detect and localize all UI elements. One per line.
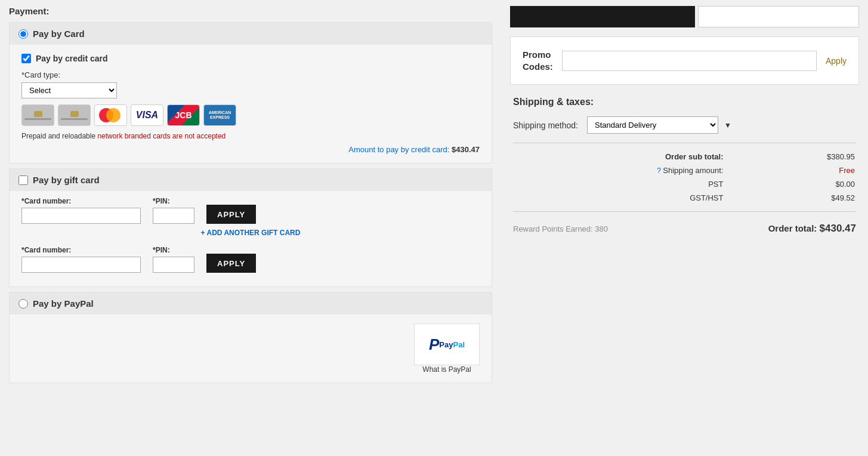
divider-1 bbox=[513, 143, 856, 143]
card-type-label: *Card type: bbox=[21, 70, 480, 79]
promo-row: PromoCodes: Apply bbox=[523, 49, 847, 72]
card-number-input-2[interactable] bbox=[21, 257, 141, 273]
pay-by-card-header[interactable]: Pay by Card bbox=[10, 23, 492, 45]
shipping-amount-value: Free bbox=[729, 164, 855, 177]
order-summary-table: Order sub total: $380.95 ? Shipping amou… bbox=[513, 149, 856, 205]
reward-points-label: Reward Points Earned: bbox=[513, 224, 593, 233]
paypal-p-icon: P bbox=[429, 335, 439, 354]
card-number-label-2: *Card number: bbox=[21, 246, 141, 254]
paypal-body: P PayPal What is PayPal bbox=[10, 315, 492, 383]
pin-group-2: *PIN: bbox=[153, 246, 194, 273]
gift-card-form: *Card number: *PIN: APPLY + ADD ANOTHER … bbox=[10, 191, 492, 286]
jcb-logo: JCB bbox=[167, 104, 200, 126]
top-bar-black bbox=[510, 6, 695, 27]
pay-by-card-radio[interactable] bbox=[18, 29, 28, 39]
shipping-method-row: Shipping method: Standard Delivery Expre… bbox=[513, 116, 856, 134]
shipping-row: ? Shipping amount: Free bbox=[514, 164, 855, 177]
order-total-label: Order total: bbox=[768, 223, 817, 233]
pin-group-1: *PIN: bbox=[153, 197, 194, 224]
pay-by-card-section: Pay by Card Pay by credit card *Card typ… bbox=[9, 22, 492, 164]
top-bar bbox=[510, 6, 859, 27]
card-logos: VISA JCB AMERICANEXPRESS bbox=[21, 104, 480, 126]
paypal-label: Pay by PayPal bbox=[33, 298, 94, 309]
gift-card-row-1: *Card number: *PIN: APPLY bbox=[21, 197, 480, 224]
reward-points-col: Reward Points Earned: 380 bbox=[513, 224, 608, 233]
card-number-input-1[interactable] bbox=[21, 208, 141, 224]
card-type-select[interactable]: Select Visa Mastercard Amex JCB bbox=[21, 82, 117, 98]
apply-button-1[interactable]: APPLY bbox=[206, 205, 256, 224]
card-number-group-1: *Card number: bbox=[21, 197, 141, 224]
pin-input-2[interactable] bbox=[153, 257, 194, 273]
shipping-amount-label: ? Shipping amount: bbox=[514, 164, 728, 177]
pin-label-2: *PIN: bbox=[153, 246, 194, 254]
subtotal-row: Order sub total: $380.95 bbox=[514, 150, 855, 163]
pin-label-1: *PIN: bbox=[153, 197, 194, 205]
reward-total-row: Reward Points Earned: 380 Order total: $… bbox=[513, 218, 856, 239]
credit-card-body: Pay by credit card *Card type: Select Vi… bbox=[10, 45, 492, 163]
shipping-taxes-section: Shipping & taxes: Shipping method: Stand… bbox=[510, 97, 859, 239]
pst-label: PST bbox=[514, 178, 728, 190]
promo-label: PromoCodes: bbox=[523, 49, 553, 72]
pin-input-1[interactable] bbox=[153, 208, 194, 224]
amex-logo: AMERICANEXPRESS bbox=[203, 104, 236, 126]
prepaid-notice: Prepaid and reloadable network branded c… bbox=[21, 132, 480, 140]
reward-points-value: 380 bbox=[595, 224, 608, 233]
divider-2 bbox=[513, 211, 856, 212]
apply-button-2[interactable]: APPLY bbox=[206, 254, 256, 273]
shipping-question-mark[interactable]: ? bbox=[657, 167, 663, 175]
gift-card-row-2: *Card number: *PIN: APPLY bbox=[21, 246, 480, 273]
promo-apply-link[interactable]: Apply bbox=[826, 56, 847, 66]
add-another-gift-card-link[interactable]: + ADD ANOTHER GIFT CARD bbox=[21, 229, 480, 237]
paypal-logo-area: P PayPal What is PayPal bbox=[414, 323, 480, 374]
paypal-section: Pay by PayPal P PayPal What is PayPal bbox=[9, 292, 492, 383]
order-total-col: Order total: $430.47 bbox=[768, 223, 856, 235]
amount-label: Amount to pay by credit card: bbox=[348, 145, 449, 154]
visa-logo: VISA bbox=[131, 104, 163, 126]
top-bar-input[interactable] bbox=[698, 6, 859, 27]
debit-card-logo-1 bbox=[21, 104, 54, 126]
subtotal-value: $380.95 bbox=[729, 150, 855, 163]
card-type-row: *Card type: Select Visa Mastercard Amex … bbox=[21, 70, 480, 98]
gift-card-header[interactable]: Pay by gift card bbox=[10, 169, 492, 191]
mastercard-logo bbox=[94, 104, 127, 126]
what-is-paypal-link[interactable]: What is PayPal bbox=[414, 365, 480, 374]
shipping-method-select[interactable]: Standard Delivery Express Delivery bbox=[587, 116, 718, 134]
promo-box: PromoCodes: Apply bbox=[510, 36, 859, 85]
pst-row: PST $0.00 bbox=[514, 178, 855, 190]
card-number-group-2: *Card number: bbox=[21, 246, 141, 273]
payment-header: Payment: bbox=[9, 6, 492, 16]
pay-by-card-label: Pay by Card bbox=[33, 29, 85, 39]
paypal-logo-box: P PayPal bbox=[414, 323, 480, 365]
paypal-radio[interactable] bbox=[18, 299, 28, 309]
gst-row: GST/HST $49.52 bbox=[514, 192, 855, 204]
gst-label: GST/HST bbox=[514, 192, 728, 204]
credit-card-checkbox[interactable] bbox=[21, 54, 31, 63]
order-total-value: $430.47 bbox=[820, 223, 856, 234]
debit-card-logo-2 bbox=[58, 104, 91, 126]
gift-card-section: Pay by gift card *Card number: *PIN: APP… bbox=[9, 168, 492, 287]
card-number-label-1: *Card number: bbox=[21, 197, 141, 205]
shipping-method-label: Shipping method: bbox=[513, 121, 578, 130]
promo-code-input[interactable] bbox=[562, 51, 817, 71]
gst-value: $49.52 bbox=[729, 192, 855, 204]
pst-value: $0.00 bbox=[729, 178, 855, 190]
gift-card-checkbox[interactable] bbox=[18, 175, 28, 185]
paypal-header[interactable]: Pay by PayPal bbox=[10, 292, 492, 315]
subtotal-label: Order sub total: bbox=[514, 150, 728, 163]
credit-card-label: Pay by credit card bbox=[36, 54, 108, 63]
paypal-text-logo: PayPal bbox=[439, 340, 465, 349]
gift-card-label: Pay by gift card bbox=[33, 175, 100, 185]
credit-card-amount: Amount to pay by credit card: $430.47 bbox=[21, 145, 480, 154]
amount-value: $430.47 bbox=[452, 145, 480, 154]
shipping-taxes-title: Shipping & taxes: bbox=[513, 97, 856, 107]
